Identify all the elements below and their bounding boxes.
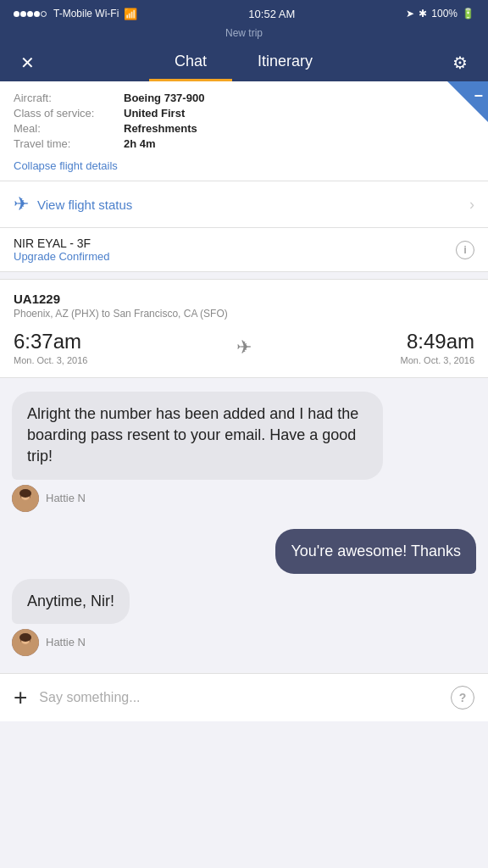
status-left: T-Mobile Wi-Fi 📶: [14, 8, 137, 20]
meal-label: Meal:: [14, 122, 124, 135]
class-value: United First: [124, 107, 185, 120]
flight-arrow-icon: ✈: [236, 337, 252, 359]
battery-icon: 🔋: [462, 8, 474, 19]
meal-row: Meal: Refreshments: [14, 122, 474, 135]
help-button[interactable]: ?: [451, 686, 474, 709]
upgrade-status: Upgrade Confirmed: [14, 250, 109, 263]
svg-point-4: [19, 489, 31, 498]
status-bar: T-Mobile Wi-Fi 📶 10:52 AM ➤ ✱ 100% 🔋: [0, 0, 488, 27]
nav-tabs: Chat Itinerary: [42, 44, 446, 81]
avatar-1: [12, 485, 39, 512]
avatar-image-3: [12, 629, 39, 656]
view-flight-status-label: View flight status: [37, 198, 469, 212]
status-right: ➤ ✱ 100% 🔋: [406, 8, 474, 19]
depart-time: 6:37am: [14, 330, 87, 353]
add-attachment-button[interactable]: +: [14, 686, 27, 709]
view-flight-status-row[interactable]: ✈ View flight status ›: [0, 181, 488, 227]
tab-chat[interactable]: Chat: [149, 44, 232, 81]
depart-block: 6:37am Mon. Oct. 3, 2016: [14, 330, 87, 365]
chat-message-1: Alright the number has been added and I …: [12, 392, 476, 524]
signal-dots: [14, 8, 47, 19]
carrier-label: T-Mobile Wi-Fi: [53, 8, 119, 19]
collapse-icon: −: [474, 88, 483, 103]
flight-details-section: − Aircraft: Boeing 737-900 Class of serv…: [0, 81, 488, 181]
seat-info-row: NIR EYAL - 3F Upgrade Confirmed i: [0, 227, 488, 271]
arrive-time: 8:49am: [401, 330, 474, 353]
next-flight-card: UA1229 Phoenix, AZ (PHX) to San Francisc…: [0, 279, 488, 378]
agent-name-1: Hattie N: [46, 492, 86, 504]
question-mark-icon: ?: [459, 691, 467, 704]
bubble-right-2: You're awesome! Thanks: [275, 529, 476, 574]
settings-button[interactable]: ⚙: [446, 46, 474, 80]
wifi-icon: 📶: [124, 8, 137, 20]
status-time: 10:52 AM: [248, 8, 295, 20]
app-header: New trip ✕ Chat Itinerary ⚙: [0, 27, 488, 81]
trip-label: New trip: [225, 27, 263, 39]
arrive-block: 8:49am Mon. Oct. 3, 2016: [401, 330, 474, 365]
passenger-name: NIR EYAL - 3F: [14, 236, 109, 250]
flight-number: UA1229: [14, 292, 474, 306]
bluetooth-icon: ✱: [419, 8, 427, 19]
depart-date: Mon. Oct. 3, 2016: [14, 355, 87, 365]
collapse-flight-details-link[interactable]: Collapse flight details: [14, 153, 118, 181]
location-icon: ➤: [406, 8, 414, 19]
agent-info-1: Hattie N: [12, 485, 86, 512]
meal-value: Refreshments: [124, 122, 197, 135]
chevron-right-icon: ›: [469, 196, 474, 214]
avatar-3: [12, 629, 39, 656]
tab-itinerary[interactable]: Itinerary: [232, 44, 338, 81]
bubble-left-1: Alright the number has been added and I …: [12, 392, 383, 480]
chat-area: Alright the number has been added and I …: [0, 378, 488, 668]
agent-name-3: Hattie N: [46, 636, 86, 648]
close-button[interactable]: ✕: [14, 46, 42, 80]
battery-label: 100%: [431, 8, 458, 19]
arrive-date: Mon. Oct. 3, 2016: [401, 355, 474, 365]
bottom-input-bar: + Say something... ?: [0, 673, 488, 721]
svg-point-9: [19, 633, 31, 642]
info-button[interactable]: i: [456, 241, 474, 259]
chat-message-2: You're awesome! Thanks: [12, 529, 476, 574]
travel-time-value: 2h 4m: [124, 137, 156, 150]
aircraft-label: Aircraft:: [14, 92, 124, 104]
flight-route: Phoenix, AZ (PHX) to San Francisco, CA (…: [14, 308, 474, 320]
class-label: Class of service:: [14, 107, 124, 120]
agent-info-3: Hattie N: [12, 629, 86, 656]
plane-icon: ✈: [14, 193, 29, 215]
travel-time-row: Travel time: 2h 4m: [14, 137, 474, 150]
avatar-image-1: [12, 485, 39, 512]
class-row: Class of service: United First: [14, 107, 474, 120]
bubble-left-3: Anytime, Nir!: [12, 579, 130, 624]
chat-message-3: Anytime, Nir! Hattie N: [12, 579, 476, 668]
header-nav: ✕ Chat Itinerary ⚙: [0, 44, 488, 81]
flight-times: 6:37am Mon. Oct. 3, 2016 ✈ 8:49am Mon. O…: [14, 330, 474, 365]
seat-info: NIR EYAL - 3F Upgrade Confirmed: [14, 236, 109, 263]
aircraft-value: Boeing 737-900: [124, 92, 204, 104]
flight-details-card: − Aircraft: Boeing 737-900 Class of serv…: [0, 81, 488, 272]
travel-time-label: Travel time:: [14, 137, 124, 150]
message-input-placeholder[interactable]: Say something...: [39, 690, 439, 705]
aircraft-row: Aircraft: Boeing 737-900: [14, 92, 474, 104]
